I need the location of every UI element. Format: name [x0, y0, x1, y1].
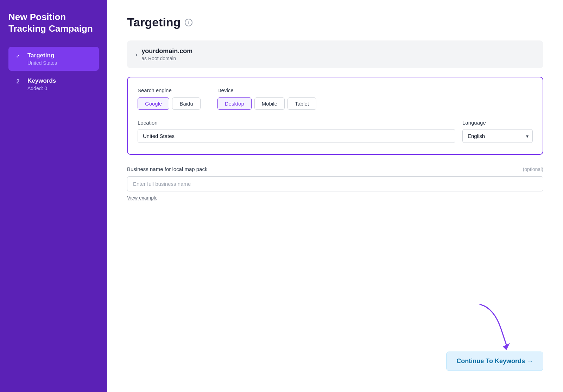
- language-group: Language English Spanish French German C…: [462, 120, 533, 143]
- domain-type: as Root domain: [141, 56, 192, 61]
- sidebar-keywords-label: Keywords: [27, 77, 56, 85]
- search-engine-label: Search engine: [138, 87, 201, 93]
- domain-name: yourdomain.com: [141, 48, 192, 55]
- sidebar: New Position Tracking Campaign ✓ Targeti…: [0, 0, 107, 392]
- location-input[interactable]: [138, 129, 455, 143]
- sidebar-keywords-sublabel: Added: 0: [27, 86, 56, 91]
- device-mobile-button[interactable]: Mobile: [254, 97, 285, 110]
- page-header: Targeting i: [127, 15, 543, 29]
- device-label: Device: [217, 87, 316, 93]
- business-header: Business name for local map pack (option…: [127, 166, 543, 172]
- sidebar-item-sublabel: United States: [27, 60, 57, 66]
- location-label: Location: [138, 120, 455, 126]
- domain-info: yourdomain.com as Root domain: [141, 48, 192, 61]
- engine-baidu-button[interactable]: Baidu: [172, 97, 200, 110]
- search-engine-group: Search engine Google Baidu: [138, 87, 201, 110]
- device-desktop-button[interactable]: Desktop: [217, 97, 252, 110]
- sidebar-item-keywords[interactable]: 2 Keywords Added: 0: [8, 72, 99, 96]
- engine-device-row: Search engine Google Baidu Device Deskto…: [138, 87, 533, 110]
- step-number-icon: 2: [14, 78, 22, 86]
- engine-google-button[interactable]: Google: [138, 97, 169, 110]
- business-label: Business name for local map pack: [127, 166, 207, 172]
- device-toggles: Desktop Mobile Tablet: [217, 97, 316, 110]
- sidebar-item-content: Targeting United States: [27, 52, 57, 66]
- location-group: Location: [138, 120, 455, 143]
- device-tablet-button[interactable]: Tablet: [287, 97, 316, 110]
- expand-icon[interactable]: ›: [135, 51, 137, 58]
- check-icon: ✓: [14, 52, 22, 60]
- language-select-wrapper: English Spanish French German Chinese: [462, 129, 533, 143]
- sidebar-title: New Position Tracking Campaign: [8, 11, 99, 34]
- search-engine-toggles: Google Baidu: [138, 97, 201, 110]
- bottom-area: Continue To Keywords →: [446, 301, 543, 371]
- location-language-row: Location Language English Spanish French…: [138, 120, 533, 143]
- domain-card: › yourdomain.com as Root domain: [127, 40, 543, 68]
- business-section: Business name for local map pack (option…: [127, 166, 543, 201]
- page-title: Targeting: [127, 15, 181, 29]
- sidebar-item-label: Targeting: [27, 52, 57, 59]
- sidebar-item-content-keywords: Keywords Added: 0: [27, 77, 56, 91]
- device-group: Device Desktop Mobile Tablet: [217, 87, 316, 110]
- settings-card: Search engine Google Baidu Device Deskto…: [127, 77, 543, 155]
- view-example-link[interactable]: View example: [127, 195, 158, 201]
- language-select[interactable]: English Spanish French German Chinese: [462, 129, 533, 143]
- arrow-illustration: [473, 301, 515, 350]
- business-name-input[interactable]: [127, 176, 543, 191]
- language-label: Language: [462, 120, 533, 126]
- optional-label: (optional): [523, 166, 543, 172]
- continue-button[interactable]: Continue To Keywords →: [446, 352, 543, 371]
- info-icon[interactable]: i: [185, 19, 192, 26]
- main-content: Targeting i › yourdomain.com as Root dom…: [107, 0, 563, 392]
- sidebar-item-targeting[interactable]: ✓ Targeting United States: [8, 47, 99, 71]
